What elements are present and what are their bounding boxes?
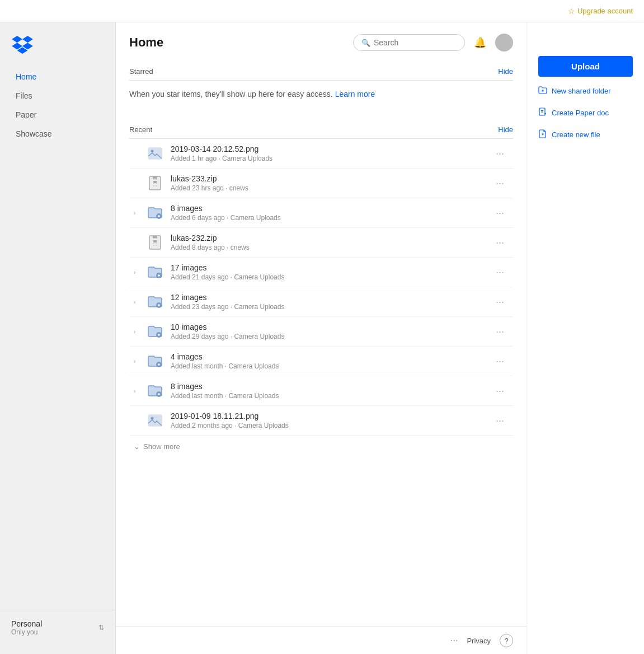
file-type-icon bbox=[146, 293, 164, 311]
list-item[interactable]: › 12 imagesAdded 23 days ago · Camera Up… bbox=[129, 287, 513, 317]
sidebar-item-showcase[interactable]: Showcase bbox=[4, 125, 111, 143]
upload-button[interactable]: Upload bbox=[538, 56, 633, 77]
expand-chevron-icon[interactable]: › bbox=[134, 328, 144, 335]
file-type-icon bbox=[146, 174, 164, 192]
starred-section-header: Starred Hide bbox=[129, 58, 513, 81]
file-more-icon[interactable]: ··· bbox=[491, 353, 509, 370]
file-meta: Added 23 hrs ago · cnews bbox=[171, 184, 491, 192]
file-type-icon bbox=[146, 323, 164, 340]
file-name: 17 images bbox=[171, 263, 491, 272]
list-item[interactable]: › 8 imagesAdded last month · Camera Uplo… bbox=[129, 376, 513, 406]
svg-point-1 bbox=[151, 150, 154, 153]
file-more-icon[interactable]: ··· bbox=[491, 294, 509, 310]
file-meta: Added 21 days ago · Camera Uploads bbox=[171, 273, 491, 281]
scroll-content: Starred Hide When you star items, they'l… bbox=[116, 58, 527, 627]
file-more-icon[interactable]: ··· bbox=[491, 146, 509, 162]
file-name: 2019-01-09 18.11.21.png bbox=[171, 412, 491, 421]
account-chevron-icon[interactable]: ⇅ bbox=[98, 624, 104, 632]
svg-rect-14 bbox=[153, 240, 157, 242]
file-more-icon[interactable]: ··· bbox=[491, 235, 509, 251]
file-meta: Added 29 days ago · Camera Uploads bbox=[171, 333, 491, 340]
show-more-label: Show more bbox=[143, 442, 180, 451]
file-more-icon[interactable]: ··· bbox=[491, 175, 509, 191]
create-new-file-action[interactable]: Create new file bbox=[538, 127, 633, 142]
file-type-icon bbox=[146, 204, 164, 222]
new-shared-folder-label: New shared folder bbox=[552, 87, 611, 95]
list-item[interactable]: › 8 imagesAdded 6 days ago · Camera Uplo… bbox=[129, 198, 513, 228]
new-shared-folder-action[interactable]: New shared folder bbox=[538, 83, 633, 99]
doc-plus-icon bbox=[538, 108, 547, 118]
help-icon[interactable]: ? bbox=[500, 634, 513, 647]
file-more-icon[interactable]: ··· bbox=[491, 413, 509, 429]
search-icon: 🔍 bbox=[361, 39, 370, 47]
list-item[interactable]: 2019-01-09 18.11.21.pngAdded 2 months ag… bbox=[129, 406, 513, 436]
file-meta: Added last month · Camera Uploads bbox=[171, 392, 491, 400]
list-item[interactable]: 2019-03-14 20.12.52.pngAdded 1 hr ago · … bbox=[129, 139, 513, 169]
file-list: 2019-03-14 20.12.52.pngAdded 1 hr ago · … bbox=[129, 139, 513, 436]
top-bar: ☆ Upgrade account bbox=[0, 0, 644, 22]
file-plus-icon bbox=[538, 129, 547, 140]
expand-chevron-icon[interactable]: › bbox=[134, 269, 144, 275]
file-meta: Added 8 days ago · cnews bbox=[171, 244, 491, 251]
file-more-icon[interactable]: ··· bbox=[491, 324, 509, 340]
header-right: 🔍 🔔 bbox=[353, 34, 513, 52]
create-new-file-label: Create new file bbox=[552, 130, 600, 139]
svg-rect-30 bbox=[148, 415, 162, 426]
bottom-more-icon[interactable]: ··· bbox=[450, 636, 458, 646]
notifications-bell-icon[interactable]: 🔔 bbox=[474, 36, 486, 49]
file-type-icon bbox=[146, 382, 164, 400]
starred-title: Starred bbox=[129, 67, 153, 76]
show-more-row[interactable]: ⌄ Show more bbox=[129, 436, 513, 457]
expand-chevron-icon[interactable]: › bbox=[134, 358, 144, 365]
learn-more-link[interactable]: Learn more bbox=[335, 90, 375, 99]
star-icon: ☆ bbox=[568, 7, 575, 16]
list-item[interactable]: › 17 imagesAdded 21 days ago · Camera Up… bbox=[129, 258, 513, 287]
expand-chevron-icon[interactable]: › bbox=[134, 387, 144, 394]
recent-section: Recent Hide 2019-03-14 20.12.52.pngAdded… bbox=[129, 116, 513, 457]
file-type-icon bbox=[146, 412, 164, 429]
sidebar-logo bbox=[0, 31, 115, 67]
file-name: 4 images bbox=[171, 352, 491, 361]
avatar[interactable] bbox=[495, 34, 513, 52]
svg-rect-11 bbox=[153, 236, 157, 238]
file-type-icon bbox=[146, 352, 164, 370]
list-item[interactable]: lukas-233.zipAdded 23 hrs ago · cnews··· bbox=[129, 169, 513, 198]
recent-hide-link[interactable]: Hide bbox=[498, 125, 513, 134]
expand-chevron-icon[interactable]: › bbox=[134, 298, 144, 305]
file-name: 8 images bbox=[171, 382, 491, 391]
privacy-link[interactable]: Privacy bbox=[467, 637, 491, 645]
file-meta: Added 23 days ago · Camera Uploads bbox=[171, 303, 491, 311]
create-paper-doc-label: Create Paper doc bbox=[552, 109, 609, 117]
dropbox-logo bbox=[11, 36, 34, 54]
list-item[interactable]: › 10 imagesAdded 29 days ago · Camera Up… bbox=[129, 317, 513, 347]
search-input[interactable] bbox=[374, 38, 452, 47]
svg-rect-6 bbox=[153, 181, 157, 183]
file-more-icon[interactable]: ··· bbox=[491, 383, 509, 399]
file-name: 2019-03-14 20.12.52.png bbox=[171, 144, 491, 153]
file-meta: Added 6 days ago · Camera Uploads bbox=[171, 214, 491, 222]
sidebar-item-home[interactable]: Home bbox=[4, 68, 111, 86]
file-name: 10 images bbox=[171, 323, 491, 331]
content-area: Home 🔍 🔔 Starred Hide When you bbox=[116, 22, 527, 654]
upgrade-link[interactable]: ☆ Upgrade account bbox=[568, 7, 633, 16]
svg-rect-3 bbox=[153, 176, 157, 179]
personal-label: Personal bbox=[11, 619, 42, 628]
file-more-icon[interactable]: ··· bbox=[491, 264, 509, 281]
sidebar-item-paper[interactable]: Paper bbox=[4, 106, 111, 124]
file-name: 12 images bbox=[171, 293, 491, 302]
file-name: 8 images bbox=[171, 204, 491, 213]
page-title: Home bbox=[129, 35, 163, 50]
file-more-icon[interactable]: ··· bbox=[491, 205, 509, 221]
expand-chevron-icon[interactable]: › bbox=[134, 209, 144, 216]
bottom-bar: ··· Privacy ? bbox=[116, 627, 527, 654]
sidebar-item-files[interactable]: Files bbox=[4, 87, 111, 105]
file-meta: Added last month · Camera Uploads bbox=[171, 362, 491, 370]
starred-hide-link[interactable]: Hide bbox=[498, 67, 513, 76]
recent-section-header: Recent Hide bbox=[129, 116, 513, 139]
list-item[interactable]: › 4 imagesAdded last month · Camera Uplo… bbox=[129, 347, 513, 376]
content-header: Home 🔍 🔔 bbox=[116, 22, 527, 58]
create-paper-doc-action[interactable]: Create Paper doc bbox=[538, 105, 633, 120]
list-item[interactable]: lukas-232.zipAdded 8 days ago · cnews··· bbox=[129, 228, 513, 258]
search-bar[interactable]: 🔍 bbox=[353, 34, 465, 51]
sidebar-nav: Home Files Paper Showcase bbox=[0, 67, 115, 610]
